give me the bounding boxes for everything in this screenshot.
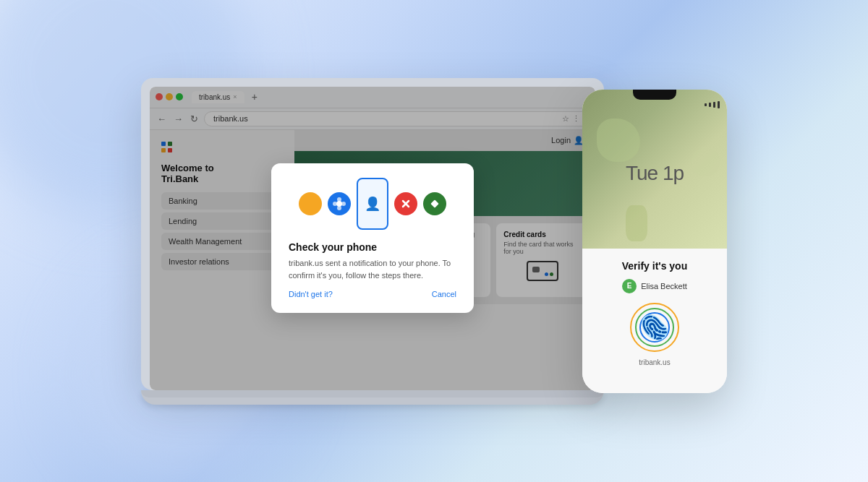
blue-flower-icon — [328, 192, 351, 215]
fingerprint-icon: 🫆 — [640, 314, 669, 341]
orange-circle-icon — [299, 192, 322, 215]
laptop-foot — [141, 390, 604, 397]
red-x-icon — [394, 192, 417, 215]
laptop-screen: tribank.us × + ← → ↻ tribank.us ☆ ⋮ — [150, 87, 595, 390]
modal-title: Check your phone — [289, 241, 456, 253]
modal-icons-row: 👤 — [289, 178, 456, 230]
phone-time: Tue 1p — [626, 162, 684, 185]
check-phone-modal: 👤 Check your phone tri — [271, 163, 474, 313]
didnt-get-it-link[interactable]: Didn't get it? — [289, 290, 333, 298]
fingerprint-area[interactable]: 🫆 — [629, 302, 680, 353]
phone-notch — [633, 90, 676, 100]
cancel-button[interactable]: Cancel — [432, 290, 456, 298]
status-bar — [705, 101, 720, 108]
green-diamond-icon — [423, 192, 446, 215]
verify-domain: tribank.us — [639, 358, 670, 366]
signal-bar-3 — [713, 102, 715, 108]
verify-title: Verify it's you — [622, 260, 687, 272]
svg-point-12 — [337, 206, 341, 210]
user-avatar: E — [622, 279, 637, 293]
phone-outline-icon: 👤 — [357, 178, 388, 230]
laptop-base — [141, 390, 604, 405]
person-icon: 👤 — [365, 196, 380, 212]
svg-rect-17 — [430, 199, 438, 207]
signal-bar-1 — [705, 103, 707, 106]
user-name: Elisa Beckett — [641, 282, 687, 291]
laptop: tribank.us × + ← → ↻ tribank.us ☆ ⋮ — [141, 78, 604, 405]
user-row: E Elisa Beckett — [622, 279, 687, 293]
verify-section: Verify it's you E Elisa Beckett 🫆 triban… — [582, 249, 727, 393]
modal-overlay: 👤 Check your phone tri — [150, 87, 595, 390]
modal-body: tribank.us sent a notification to your p… — [289, 257, 456, 281]
svg-point-10 — [336, 201, 342, 207]
signal-bar-2 — [709, 103, 711, 107]
scene: tribank.us × + ← → ↻ tribank.us ☆ ⋮ — [141, 78, 727, 405]
svg-point-11 — [337, 197, 341, 202]
phone-wallpaper: Tue 1p — [582, 90, 727, 249]
svg-point-13 — [333, 202, 337, 206]
signal-bar-4 — [718, 101, 720, 108]
phone-device: Tue 1p Verify it's you E Elisa Beckett 🫆… — [582, 90, 727, 393]
svg-point-14 — [341, 202, 346, 206]
modal-actions: Didn't get it? Cancel — [289, 290, 456, 298]
